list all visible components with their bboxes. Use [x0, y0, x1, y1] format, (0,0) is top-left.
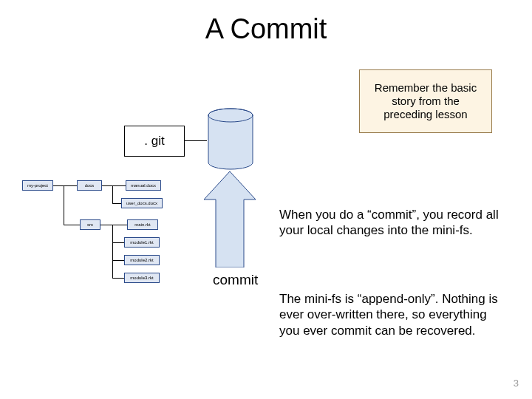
page-number: 3	[514, 378, 519, 389]
edge	[112, 203, 121, 204]
git-to-db-connector	[185, 140, 207, 141]
edge	[102, 185, 126, 186]
slide-title: A Commit	[0, 13, 532, 45]
edge	[64, 225, 80, 225]
edge	[112, 242, 124, 243]
edge	[100, 225, 127, 225]
tree-module1: module1.rkt	[124, 237, 160, 248]
edge	[53, 185, 77, 186]
tree-manual: manual.docx	[126, 180, 161, 191]
edge	[112, 185, 113, 203]
reminder-callout: Remember the basic story from the preced…	[359, 69, 492, 133]
tree-docs: docs	[77, 180, 102, 191]
edge	[112, 260, 124, 261]
commit-arrow-icon	[201, 171, 259, 267]
tree-root: my-project	[22, 180, 53, 191]
tree-module3: module3.rkt	[124, 273, 160, 283]
git-folder-box: . git	[124, 126, 185, 157]
edge	[112, 225, 113, 278]
commit-label: commit	[213, 272, 258, 288]
edge	[64, 185, 64, 225]
tree-module2: module2.rkt	[124, 255, 160, 265]
tree-userdocs: user_docs.docx	[121, 198, 163, 208]
tree-src: src	[80, 219, 100, 230]
paragraph-1: When you do a “commit”, you record all y…	[279, 207, 508, 239]
tree-main: main.rkt	[127, 219, 158, 230]
paragraph-2: The mini-fs is “append-only”. Nothing is…	[279, 291, 508, 338]
edge	[112, 278, 124, 279]
database-icon	[207, 108, 254, 170]
